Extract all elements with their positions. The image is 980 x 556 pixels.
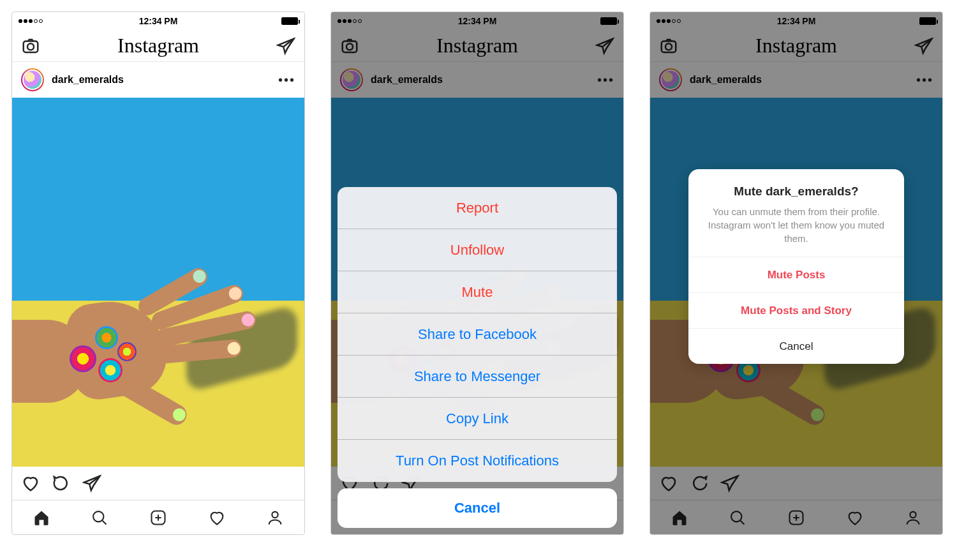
screen-action-sheet: 12:34 PM Instagram dark_emeralds •••	[330, 11, 624, 535]
new-post-icon[interactable]	[149, 509, 167, 527]
avatar[interactable]	[21, 68, 44, 91]
home-icon[interactable]	[33, 509, 50, 527]
action-post-notifications[interactable]: Turn On Post Notifications	[338, 440, 617, 482]
direct-message-icon[interactable]	[276, 36, 295, 56]
instagram-logo: Instagram	[117, 34, 199, 57]
search-icon[interactable]	[91, 509, 108, 527]
mute-dialog-body: You can unmute them from their profile. …	[706, 205, 886, 245]
action-sheet-cancel[interactable]: Cancel	[338, 488, 617, 528]
signal-dots	[19, 19, 43, 23]
share-icon[interactable]	[82, 474, 101, 493]
app-header: Instagram	[12, 30, 304, 62]
activity-icon[interactable]	[208, 509, 226, 527]
bottom-nav	[12, 500, 304, 534]
action-mute[interactable]: Mute	[338, 271, 617, 313]
mute-dialog-cancel-button[interactable]: Cancel	[688, 328, 904, 364]
svg-point-2	[93, 511, 103, 522]
battery-icon	[281, 17, 298, 25]
action-copy-link[interactable]: Copy Link	[338, 398, 617, 440]
post-header: dark_emeralds •••	[12, 62, 304, 98]
comment-icon[interactable]	[52, 474, 71, 493]
post-username[interactable]: dark_emeralds	[52, 74, 124, 86]
action-share-messenger[interactable]: Share to Messenger	[338, 356, 617, 398]
like-icon[interactable]	[21, 474, 40, 493]
action-unfollow[interactable]: Unfollow	[338, 229, 617, 271]
post-image[interactable]	[12, 98, 304, 467]
status-bar: 12:34 PM	[12, 12, 304, 30]
action-share-facebook[interactable]: Share to Facebook	[338, 313, 617, 356]
action-report[interactable]: Report	[338, 187, 617, 229]
screen-feed: 12:34 PM Instagram dark_emeralds •••	[11, 11, 305, 535]
mute-dialog-title: Mute dark_emeralds?	[706, 184, 886, 199]
mute-posts-button[interactable]: Mute Posts	[688, 257, 904, 292]
mute-dialog: Mute dark_emeralds? You can unmute them …	[688, 169, 904, 364]
profile-icon[interactable]	[266, 509, 284, 527]
post-action-row	[12, 467, 304, 500]
svg-point-4	[272, 511, 278, 517]
mute-posts-and-story-button[interactable]: Mute Posts and Story	[688, 292, 904, 328]
status-time: 12:34 PM	[139, 16, 178, 26]
action-sheet: Report Unfollow Mute Share to Facebook S…	[338, 187, 617, 528]
screen-mute-dialog: 12:34 PM Instagram dark_emeralds •••	[650, 11, 943, 535]
more-options-icon[interactable]: •••	[278, 73, 295, 87]
camera-icon[interactable]	[21, 36, 40, 56]
svg-point-1	[27, 43, 34, 50]
